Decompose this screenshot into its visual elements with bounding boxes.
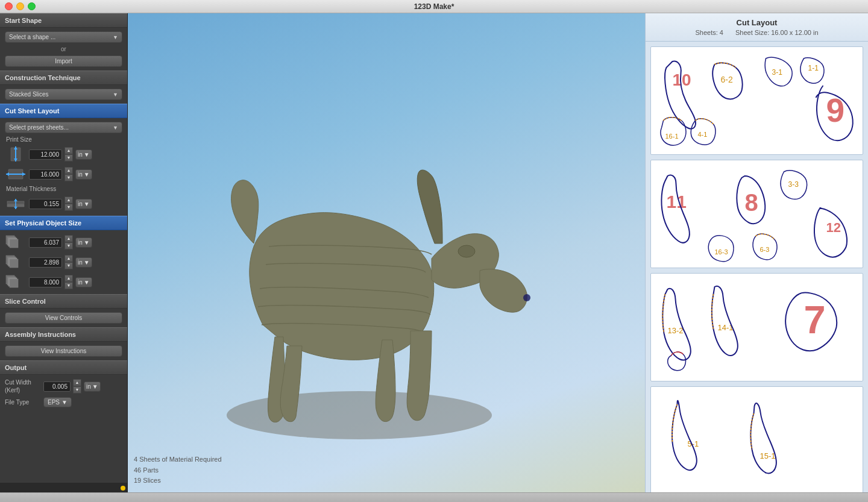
- obj-width-row: 6.037 ▲ ▼ in ▼: [5, 234, 122, 251]
- width-spinner: ▲ ▼: [64, 167, 73, 181]
- svg-text:3-1: 3-1: [772, 68, 783, 77]
- sheet-previews: 10 6-2 3-1 1-1 9: [646, 42, 868, 492]
- svg-marker-7: [22, 172, 25, 176]
- sheet-preview-2[interactable]: 11 8 3-3 6-3 16-3 12: [650, 160, 863, 268]
- sheets-required-text: 4 Sheets of Material Required: [134, 454, 222, 465]
- chevron-down-icon: ▼: [113, 34, 118, 40]
- cut-width-input[interactable]: 0.005: [43, 381, 71, 392]
- construction-technique-dropdown[interactable]: Stacked Slices ▼: [5, 89, 122, 100]
- select-shape-dropdown[interactable]: Select a shape ... ▼: [5, 31, 122, 43]
- preset-sheets-label: Select preset sheets...: [9, 124, 69, 131]
- assembly-instructions-content: View Instructions: [0, 342, 127, 360]
- main-area: Start Shape Select a shape ... ▼ or Impo…: [0, 13, 868, 492]
- traffic-lights: [5, 2, 36, 10]
- obj-width-up[interactable]: ▲: [64, 235, 73, 242]
- preset-sheets-dropdown[interactable]: Select preset sheets... ▼: [5, 122, 122, 133]
- physical-object-size-content: 6.037 ▲ ▼ in ▼: [0, 230, 127, 294]
- or-label: or: [5, 46, 122, 52]
- sheets-count: Sheets: 4: [695, 29, 723, 36]
- sheet-preview-1[interactable]: 10 6-2 3-1 1-1 9: [650, 46, 863, 155]
- svg-marker-6: [6, 172, 9, 176]
- svg-text:8: 8: [745, 189, 758, 216]
- obj-depth-down[interactable]: ▼: [64, 262, 73, 269]
- svg-marker-12: [14, 207, 17, 209]
- svg-text:16-3: 16-3: [715, 248, 728, 256]
- app-title: 123D Make*: [414, 2, 454, 11]
- parts-count-text: 46 Parts: [134, 465, 222, 476]
- slice-control-content: View Controls: [0, 309, 127, 327]
- cut-width-up[interactable]: ▲: [73, 379, 81, 386]
- width-down[interactable]: ▼: [64, 174, 73, 181]
- height-input[interactable]: 12.000: [29, 149, 62, 160]
- width-input[interactable]: 16.000: [29, 169, 62, 180]
- sheet-preview-3[interactable]: 13-2 14-1 7: [650, 273, 863, 381]
- view-instructions-button[interactable]: View Instructions: [5, 345, 122, 357]
- height-up[interactable]: ▲: [64, 147, 73, 154]
- import-button[interactable]: Import: [5, 55, 122, 67]
- cut-width-down[interactable]: ▼: [73, 386, 81, 394]
- construction-technique-content: Stacked Slices ▼: [0, 85, 127, 104]
- statusbar: [0, 492, 868, 502]
- thickness-input[interactable]: 0.155: [29, 199, 62, 209]
- sheet-preview-4[interactable]: 5-1 15-1: [650, 386, 863, 492]
- obj-depth-icon: [5, 254, 27, 271]
- cut-layout-title: Cut Layout: [652, 18, 862, 27]
- svg-text:11: 11: [667, 192, 687, 212]
- construction-technique-header: Construction Technique: [0, 71, 127, 85]
- obj-depth-unit-dropdown[interactable]: in ▼: [75, 257, 92, 268]
- cut-layout-panel: Cut Layout Sheets: 4 Sheet Size: 16.00 x…: [645, 13, 868, 492]
- output-content: Cut Width (Kerf) 0.005 ▲ ▼ in ▼ File Typ…: [0, 375, 127, 411]
- height-spinner: ▲ ▼: [64, 147, 73, 162]
- cut-width-unit-dropdown[interactable]: in ▼: [84, 381, 101, 392]
- obj-depth-unit-label: in: [78, 259, 83, 266]
- file-type-dropdown[interactable]: EPS ▼: [43, 397, 72, 407]
- obj-height-up[interactable]: ▲: [64, 275, 73, 282]
- start-shape-header: Start Shape: [0, 13, 127, 28]
- chevron-down-icon-5: ▼: [84, 171, 90, 178]
- cut-layout-header: Cut Layout Sheets: 4 Sheet Size: 16.00 x…: [646, 13, 868, 42]
- svg-text:4-1: 4-1: [698, 131, 708, 138]
- chevron-down-icon-4: ▼: [84, 151, 90, 158]
- svg-point-26: [523, 294, 530, 301]
- status-indicator: [121, 486, 125, 491]
- svg-text:16-1: 16-1: [665, 133, 679, 140]
- svg-text:9: 9: [826, 92, 845, 129]
- svg-text:3-3: 3-3: [788, 180, 799, 189]
- close-button[interactable]: [5, 2, 13, 10]
- thickness-unit-label: in: [78, 201, 83, 207]
- chevron-down-icon-9: ▼: [84, 279, 90, 286]
- svg-rect-20: [10, 259, 18, 268]
- cut-width-unit-label: in: [86, 383, 91, 390]
- obj-width-unit-dropdown[interactable]: in ▼: [75, 237, 92, 248]
- obj-height-icon: [5, 274, 27, 290]
- minimize-button[interactable]: [16, 2, 24, 10]
- thickness-up[interactable]: ▲: [64, 196, 73, 204]
- height-unit-dropdown[interactable]: in ▼: [75, 149, 92, 160]
- obj-depth-row: 2.898 ▲ ▼ in ▼: [5, 254, 122, 271]
- cut-sheet-layout-header: Cut Sheet Layout: [0, 104, 127, 118]
- obj-height-down[interactable]: ▼: [64, 282, 73, 289]
- width-unit-dropdown[interactable]: in ▼: [75, 169, 92, 180]
- height-down[interactable]: ▼: [64, 154, 73, 162]
- file-type-label: File Type: [5, 399, 41, 406]
- sidebar: Start Shape Select a shape ... ▼ or Impo…: [0, 13, 128, 492]
- print-size-label: Print Size: [5, 136, 122, 143]
- view-controls-button[interactable]: View Controls: [5, 312, 122, 324]
- thickness-unit-dropdown[interactable]: in ▼: [75, 199, 92, 209]
- obj-width-unit-label: in: [78, 239, 83, 246]
- obj-height-unit-dropdown[interactable]: in ▼: [75, 277, 92, 287]
- obj-height-input[interactable]: 8.000: [29, 277, 62, 287]
- viewport-canvas[interactable]: 4 Sheets of Material Required 46 Parts 1…: [128, 13, 645, 492]
- thickness-down[interactable]: ▼: [64, 204, 73, 211]
- obj-width-down[interactable]: ▼: [64, 242, 73, 249]
- width-unit-label: in: [78, 171, 83, 178]
- svg-text:13-2: 13-2: [668, 326, 684, 335]
- thickness-spinner: ▲ ▼: [64, 196, 73, 211]
- obj-depth-up[interactable]: ▲: [64, 255, 73, 262]
- height-icon: [5, 146, 27, 163]
- width-up[interactable]: ▲: [64, 167, 73, 174]
- construction-technique-label: Stacked Slices: [9, 91, 49, 98]
- obj-depth-input[interactable]: 2.898: [29, 257, 62, 268]
- maximize-button[interactable]: [28, 2, 36, 10]
- obj-width-input[interactable]: 6.037: [29, 237, 62, 248]
